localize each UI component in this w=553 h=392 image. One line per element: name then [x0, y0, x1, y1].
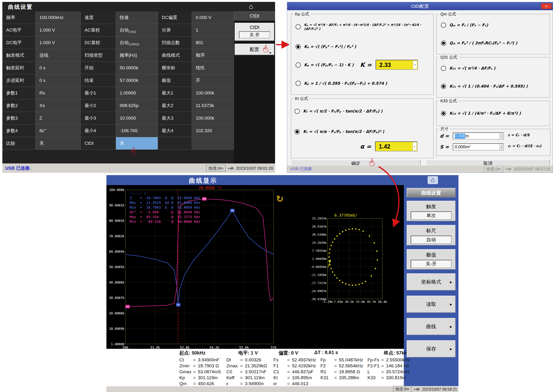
setting-value[interactable]: 1.00000: [116, 87, 158, 99]
radio-button[interactable]: [295, 81, 301, 86]
setting-value[interactable]: 快速: [116, 11, 158, 24]
setting-value[interactable]: 100.000k: [192, 112, 234, 125]
setting-value[interactable]: 0 s: [36, 74, 81, 87]
legend-line: Min = 18.7903 Ω @ 52.4850 kHz: [130, 205, 200, 210]
spin-up-icon[interactable]: ▲: [501, 145, 503, 147]
spin-up-icon[interactable]: ▲: [501, 134, 503, 136]
close-button[interactable]: ×: [541, 3, 552, 9]
radio-button[interactable]: [441, 111, 446, 116]
formula-option[interactable]: Qₘ = Fₛ / (F₂ − F₁): [438, 22, 549, 28]
formula-option[interactable]: Qₘ = Fₚ² / ( 2πFₛRCₜ(Fₚ² − Fₛ²) ): [438, 40, 549, 46]
toggle-value[interactable]: 单次: [411, 211, 452, 220]
radio-button[interactable]: [295, 44, 301, 49]
dropdown-arrow-icon[interactable]: ▾: [413, 61, 417, 69]
sidebar-toggle[interactable]: 触发单次: [407, 201, 456, 221]
sidebar-toggle[interactable]: 标尺自动: [407, 225, 456, 245]
formula-option[interactable]: K₃₃ = √( 1 / (4/π² · Fₛ/ΔF + 8/π²) ): [438, 110, 549, 117]
setting-value[interactable]: 关: [116, 137, 158, 150]
home-icon[interactable]: ⌂: [428, 176, 438, 184]
formula-option[interactable]: Kₜ = √( π/α · Fₛ/Fₚ · tan(π/2 · ΔF/Fₚ)² …: [291, 121, 433, 142]
toggle-value[interactable]: 关-开: [411, 260, 452, 268]
setting-label: 触发延时: [2, 62, 36, 74]
formula-option[interactable]: K₃₁ = √( 1 / (0.404 · Fₛ/ΔF + 0.595) ): [438, 83, 549, 90]
setting-value[interactable]: Rs: [36, 87, 81, 99]
formula-text: Kₚ = 1 / √( 0.395 · Fₛ/(Fₚ−Fₛ) + 0.574 ): [304, 81, 387, 86]
setting-value[interactable]: Xs: [36, 99, 81, 112]
setting-value[interactable]: 102.320: [192, 125, 234, 137]
curve-settings-panel: 曲线设置 ⌂ 频率100.000kHz速度快速DC偏置0.000 VAC电平1.…: [2, 2, 275, 173]
toggle-value[interactable]: 自动: [411, 236, 452, 244]
setting-value[interactable]: 关: [36, 137, 81, 150]
refresh-icon[interactable]: ↻: [276, 194, 284, 204]
radio-button[interactable]: [441, 84, 446, 89]
radio-button[interactable]: [295, 24, 301, 29]
setting-label: 最大3: [158, 112, 192, 125]
home-icon[interactable]: ⌂: [249, 2, 253, 10]
group-label: Q31 公式: [439, 55, 459, 60]
sidebar-menu[interactable]: 保存►: [407, 340, 456, 357]
formula-option[interactable]: Kₚ = 1 / √( 0.395 · Fₛ/(Fₚ−Fₛ) + 0.574 ): [292, 80, 432, 86]
alpha-select[interactable]: 1.42▾: [375, 141, 417, 151]
k-value: 2.33: [379, 62, 391, 68]
setting-value[interactable]: [192, 137, 234, 150]
formula-option[interactable]: Kₚ = √( π²/4 · ΔF/Fₛ + π²/4 · (4−π²)/4 ·…: [292, 22, 432, 32]
setting-value[interactable]: 50.0000k: [116, 62, 158, 74]
s-input[interactable]: 0.000m² ▲▼: [453, 143, 504, 150]
ctdt-toggle-value[interactable]: 关·开: [239, 31, 270, 38]
radio-button[interactable]: [441, 22, 446, 28]
sidebar-menu[interactable]: 曲线►: [407, 318, 456, 335]
spinner[interactable]: ▲▼: [499, 133, 503, 139]
setting-value[interactable]: Z: [36, 112, 81, 125]
spin-down-icon[interactable]: ▼: [501, 147, 503, 149]
circle-y-tick: -4.96856m: [307, 265, 326, 269]
dialog-title: CtDt配置: [411, 3, 429, 9]
formula-option[interactable]: K₃₁ = √( π²/4 · ΔF/Fₛ ): [438, 65, 549, 71]
setting-value[interactable]: 顺序: [192, 49, 234, 62]
sidebar-header[interactable]: 曲线设置: [407, 188, 456, 197]
radio-button[interactable]: [294, 129, 300, 134]
setting-value[interactable]: 100.000kHz: [36, 11, 81, 24]
setting-value[interactable]: 57.0000k: [116, 74, 158, 87]
spin-down-icon[interactable]: ▼: [501, 136, 503, 138]
d-input[interactable]: 0.000m ▲▼: [453, 133, 504, 140]
ctdt-toggle-button[interactable]: CtDt 关·开: [235, 23, 274, 41]
setting-value[interactable]: 801: [192, 36, 234, 49]
setting-value[interactable]: θz°: [36, 125, 81, 137]
radio-button[interactable]: [441, 41, 446, 46]
setting-value[interactable]: 开: [192, 74, 234, 87]
k-select[interactable]: 2.33▾: [376, 60, 418, 70]
circle-y-tick: 20.5396m: [307, 233, 326, 236]
setting-value[interactable]: 自动(100kΩ): [116, 36, 158, 49]
setting-value[interactable]: 998.625p: [116, 99, 158, 112]
ctdt-toggle-label: CtDt: [235, 25, 274, 30]
sidebar-menu[interactable]: 坐标格式►: [407, 273, 456, 290]
spinner[interactable]: ▲▼: [499, 144, 503, 150]
menu-label: 坐标格式: [421, 279, 441, 285]
sidebar-tab-ctdt[interactable]: CtDt: [234, 11, 275, 21]
formula-option[interactable]: Kₜ = √( π/2 · Fₛ/Fₚ · tan(π/2 · ΔF/Fₚ) ): [291, 101, 433, 121]
setting-value[interactable]: 线性: [192, 62, 234, 74]
readout-item: F2=52.5654kHz: [320, 363, 363, 369]
setting-value[interactable]: 0 s: [36, 62, 81, 74]
sweep-info: 电平: 1 V: [238, 350, 258, 356]
setting-value[interactable]: 频率[Hz]: [116, 49, 158, 62]
setting-value[interactable]: 11.5373k: [192, 99, 234, 112]
setting-value[interactable]: 0.000 V: [192, 11, 234, 24]
radio-button[interactable]: [294, 109, 300, 114]
setting-value[interactable]: 1.000 V: [36, 36, 81, 49]
dropdown-arrow-icon[interactable]: ▾: [412, 142, 417, 150]
svg-text:M: M: [231, 209, 233, 212]
setting-value[interactable]: 10.0000: [116, 112, 158, 125]
sidebar-menu[interactable]: 读取►: [407, 296, 456, 313]
setting-value[interactable]: 1.000 V: [36, 24, 81, 36]
formula-option[interactable]: Kₚ = √( (Fₚ² − Fₛ²) / Fₚ² ): [292, 44, 432, 50]
admittance-circle-chart[interactable]: [327, 218, 382, 299]
setting-value[interactable]: -106.765: [116, 125, 158, 137]
setting-value[interactable]: 1: [192, 24, 234, 36]
setting-value[interactable]: 100.000k: [192, 87, 234, 99]
sidebar-toggle[interactable]: 极值关-开: [407, 249, 456, 270]
radio-button[interactable]: [441, 66, 446, 71]
setting-value[interactable]: 连续: [36, 49, 81, 62]
radio-button[interactable]: [295, 63, 301, 68]
setting-value[interactable]: 自动(1kΩ): [116, 24, 158, 36]
